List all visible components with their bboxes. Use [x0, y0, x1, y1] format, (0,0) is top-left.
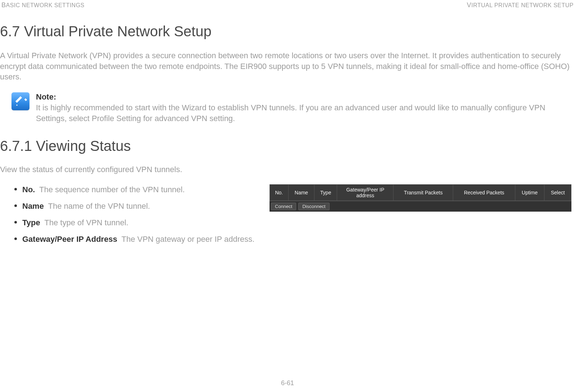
field-list: No. The sequence number of the VPN tunne…: [0, 184, 259, 244]
svg-rect-2: [24, 98, 27, 101]
note-body: It is highly recommended to start with t…: [36, 103, 545, 123]
disconnect-button[interactable]: Disconnect: [298, 203, 329, 210]
header-left: BASIC NETWORK SETTINGS: [1, 1, 84, 9]
list-item: Type The type of VPN tunnel.: [14, 217, 259, 228]
connect-button[interactable]: Connect: [271, 203, 296, 210]
header-right: VIRTUAL PRIVATE NETWORK SETUP: [467, 1, 574, 9]
list-item: Gateway/Peer IP Address The VPN gateway …: [14, 234, 259, 245]
field-term: No.: [22, 185, 35, 194]
field-desc: The type of VPN tunnel.: [45, 218, 129, 227]
section-intro: A Virtual Private Network (VPN) provides…: [0, 50, 575, 82]
th-type: Type: [314, 185, 337, 201]
field-term: Gateway/Peer IP Address: [22, 235, 117, 244]
page-number: 6-61: [0, 379, 575, 387]
subsection-intro: View the status of currently configured …: [0, 165, 575, 174]
th-select: Select: [544, 185, 571, 201]
th-rx: Received Packets: [453, 185, 515, 201]
note-block: Note: It is highly recommended to start …: [12, 92, 575, 124]
th-name: Name: [288, 185, 314, 201]
pencil-note-icon: [12, 92, 29, 110]
svg-marker-0: [16, 104, 18, 106]
field-desc: The name of the VPN tunnel.: [48, 202, 150, 211]
field-term: Name: [22, 202, 44, 211]
field-desc: The sequence number of the VPN tunnel.: [39, 185, 185, 194]
list-item: No. The sequence number of the VPN tunne…: [14, 184, 259, 195]
subsection-title: 6.7.1 Viewing Status: [0, 138, 575, 154]
th-tx: Transmit Packets: [394, 185, 453, 201]
field-term: Type: [22, 218, 40, 227]
th-no: No.: [270, 185, 289, 201]
th-uptime: Uptime: [515, 185, 544, 201]
th-gateway: Gateway/Peer IP address: [337, 185, 394, 201]
vpn-status-table: No. Name Type Gateway/Peer IP address Tr…: [270, 184, 571, 201]
vpn-status-screenshot: No. Name Type Gateway/Peer IP address Tr…: [270, 184, 571, 212]
note-label: Note:: [36, 92, 575, 102]
page-header: BASIC NETWORK SETTINGS VIRTUAL PRIVATE N…: [0, 0, 575, 9]
list-item: Name The name of the VPN tunnel.: [14, 201, 259, 212]
field-desc: The VPN gateway or peer IP address.: [121, 235, 254, 244]
svg-rect-1: [15, 96, 22, 103]
section-title: 6.7 Virtual Private Network Setup: [0, 23, 575, 40]
vpn-button-row: Connect Disconnect: [270, 201, 571, 212]
